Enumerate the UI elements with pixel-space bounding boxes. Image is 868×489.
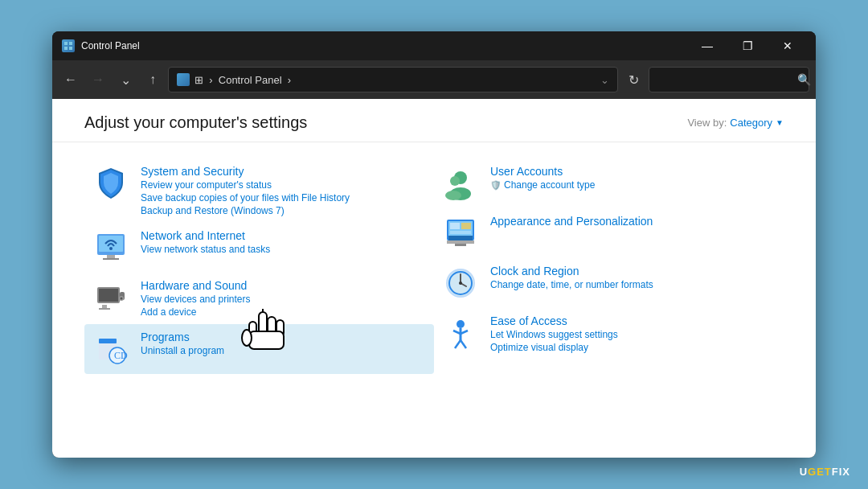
hardware-title[interactable]: Hardware and Sound [141,279,251,292]
maximize-button[interactable]: ❐ [729,33,766,59]
main-window: Control Panel — ❐ ✕ ← → ⌄ ↑ ⊞ › Control … [52,31,816,458]
svg-line-42 [455,340,461,348]
watermark-fix: FIX [832,466,850,478]
svg-rect-2 [64,47,68,50]
ease-icon [442,314,479,351]
minimize-button[interactable]: — [689,33,726,59]
programs-title[interactable]: Programs [141,331,224,343]
svg-point-38 [457,320,465,328]
svg-point-37 [459,281,462,285]
close-button[interactable]: ✕ [769,33,806,59]
user-accounts-icon [442,165,479,202]
address-bar[interactable]: ⊞ › Control Panel › ⌄ [168,67,618,92]
user-accounts-link1[interactable]: Change account type [504,179,595,191]
panel-item-system-security[interactable]: System and Security Review your computer… [84,158,434,223]
clock-text: Clock and Region Change date, time, or n… [490,265,653,290]
window-title: Control Panel [81,40,682,51]
recent-button[interactable]: ⌄ [113,68,137,92]
titlebar: Control Panel — ❐ ✕ [52,31,816,60]
network-icon [92,229,129,266]
panel-item-programs[interactable]: CD Programs Uninstall a program [84,324,434,374]
svg-point-23 [445,191,461,200]
page-title: Adjust your computer's settings [84,113,307,132]
panel-item-hardware[interactable]: Hardware and Sound View devices and prin… [84,273,434,324]
svg-rect-3 [69,47,72,50]
back-button[interactable]: ← [59,68,83,92]
svg-rect-13 [102,305,107,308]
svg-rect-31 [450,231,471,234]
view-by-value[interactable]: Category [730,117,772,129]
view-by-label: View by: [687,117,727,129]
panel-grid: System and Security Review your computer… [52,142,816,458]
system-security-text: System and Security Review your computer… [141,165,350,216]
watermark-get: GET [808,466,832,478]
user-accounts-title[interactable]: User Accounts [490,165,595,178]
svg-rect-27 [447,240,474,244]
svg-point-22 [450,176,460,186]
network-title[interactable]: Network and Internet [141,229,270,242]
panel-item-appearance[interactable]: Appearance and Personalization [434,208,784,258]
svg-rect-7 [103,258,119,260]
programs-icon: CD [92,331,129,368]
view-by-control: View by: Category ▼ [687,117,784,129]
watermark-u: U [800,466,808,478]
svg-rect-1 [69,42,72,45]
view-by-arrow-icon[interactable]: ▼ [776,118,784,127]
content-header: Adjust your computer's settings View by:… [52,99,816,142]
ease-link1[interactable]: Let Windows suggest settings [490,329,618,340]
panel-item-clock[interactable]: Clock and Region Change date, time, or n… [434,258,784,308]
system-security-title[interactable]: System and Security [141,165,350,178]
programs-text: Programs Uninstall a program [141,331,224,356]
svg-rect-26 [448,236,473,240]
appearance-icon [442,215,479,252]
panel-item-network[interactable]: Network and Internet View network status… [84,223,434,273]
appearance-text: Appearance and Personalization [490,215,653,228]
svg-rect-28 [455,244,466,246]
panel-item-ease[interactable]: Ease of Access Let Windows suggest setti… [434,308,784,360]
svg-rect-14 [99,308,110,310]
network-text: Network and Internet View network status… [141,229,270,255]
ease-title[interactable]: Ease of Access [490,314,618,327]
svg-text:CD: CD [114,350,128,361]
hardware-icon [92,279,129,316]
appearance-title[interactable]: Appearance and Personalization [490,215,653,228]
svg-rect-29 [450,223,460,229]
content-area: Adjust your computer's settings View by:… [52,99,816,458]
address-text: ⊞ › Control Panel › [194,74,291,86]
system-security-link3[interactable]: Backup and Restore (Windows 7) [141,205,350,216]
search-bar[interactable]: 🔍 [649,67,809,92]
clock-link1[interactable]: Change date, time, or number formats [490,279,653,290]
navigation-bar: ← → ⌄ ↑ ⊞ › Control Panel › ⌄ ↻ 🔍 [52,60,816,99]
svg-rect-6 [107,255,115,258]
hardware-link1[interactable]: View devices and printers [141,294,251,305]
panel-item-user-accounts[interactable]: User Accounts 🛡️ Change account type [434,158,784,208]
refresh-button[interactable]: ↻ [621,68,645,92]
app-icon [62,39,75,52]
svg-rect-30 [461,223,471,229]
address-icon [177,73,190,86]
search-icon[interactable]: 🔍 [797,73,811,86]
programs-link1[interactable]: Uninstall a program [141,345,224,356]
network-link1[interactable]: View network status and tasks [141,244,270,255]
ease-text: Ease of Access Let Windows suggest setti… [490,314,618,353]
svg-point-8 [109,247,113,250]
ease-link2[interactable]: Optimize visual display [490,342,618,353]
hardware-text: Hardware and Sound View devices and prin… [141,279,251,318]
up-button[interactable]: ↑ [141,68,165,92]
svg-rect-10 [99,289,118,302]
watermark: UGETFIX [800,466,850,478]
clock-title[interactable]: Clock and Region [490,265,653,277]
left-column: System and Security Review your computer… [84,158,434,442]
hardware-link2[interactable]: Add a device [141,306,251,318]
address-chevron: ⌄ [600,74,609,86]
user-accounts-text: User Accounts 🛡️ Change account type [490,165,595,191]
system-security-icon [92,165,129,202]
search-input[interactable] [657,74,792,86]
svg-rect-17 [99,339,117,343]
right-column: User Accounts 🛡️ Change account type [434,158,784,442]
clock-icon [442,265,479,302]
forward-button[interactable]: → [86,68,110,92]
system-security-link1[interactable]: Review your computer's status [141,179,350,191]
svg-rect-0 [64,42,68,45]
system-security-link2[interactable]: Save backup copies of your files with Fi… [141,192,350,203]
